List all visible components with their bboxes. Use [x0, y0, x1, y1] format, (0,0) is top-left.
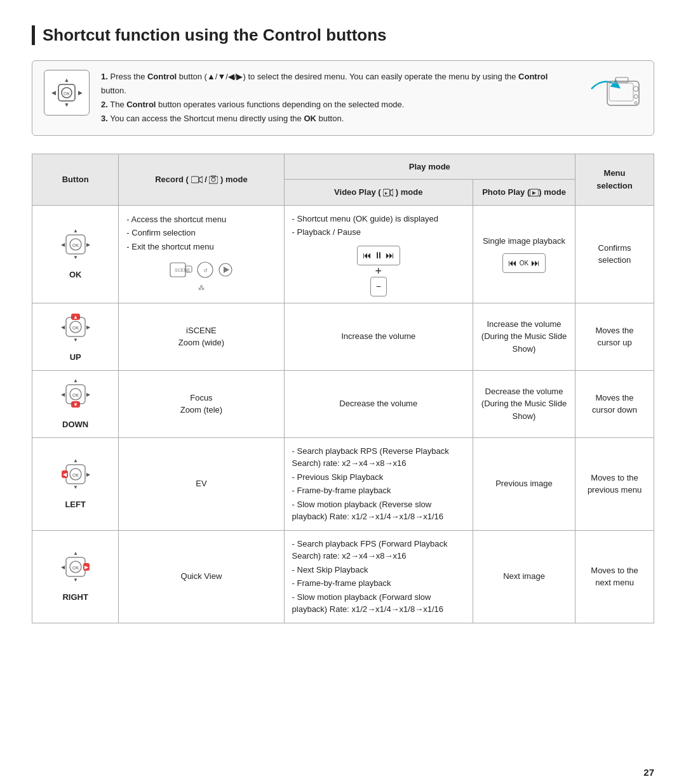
svg-text:▲: ▲	[64, 77, 70, 83]
svg-text:↺: ↺	[203, 268, 207, 274]
svg-text:◀: ◀	[51, 90, 56, 96]
photo-cell-up: Increase the volume (During the Music Sl…	[473, 303, 575, 370]
left-button-icon: OK ▲ ▼ ◀ ▶	[58, 457, 93, 491]
button-cell-right: OK ▲ ▼ ◀ ▶ RIGHT	[32, 530, 119, 623]
svg-text:▼: ▼	[73, 337, 78, 343]
table-row-ok: OK ▲ ▼ ◀ ▶ OK Access the shortcut menu C…	[32, 205, 654, 303]
photo-cell-left: Previous image	[473, 437, 575, 530]
camera-illustration	[572, 70, 642, 123]
video-cell-up: Increase the volume	[284, 303, 473, 370]
button-cell-down: OK ▲ ▼ ◀ ▶ DOWN	[32, 370, 119, 437]
record-mode-icon	[191, 175, 203, 184]
record-cell-ok: Access the shortcut menu Confirm selecti…	[119, 205, 284, 303]
svg-text:OK: OK	[72, 393, 79, 397]
photo-cell-down: Decrease the volume (During the Music Sl…	[473, 370, 575, 437]
video-cell-left: Search playback RPS (Reverse Playback Se…	[284, 437, 473, 530]
svg-text:OK: OK	[64, 91, 70, 96]
svg-rect-8	[609, 83, 633, 101]
right-video-item1: Search playback FPS (Forward Playback Se…	[292, 537, 465, 563]
col-header-menu: Menuselection	[575, 154, 654, 205]
svg-text:▶: ▶	[86, 472, 91, 477]
page-title: Shortcut function using the Control butt…	[32, 25, 654, 45]
svg-text:▶: ▶	[86, 392, 91, 397]
photo-cell-right: Next image	[473, 530, 575, 623]
down-label: DOWN	[40, 418, 111, 431]
svg-point-11	[635, 102, 637, 104]
ok-scene-icon: ↺	[196, 261, 214, 279]
menu-cell-down: Moves the cursor down	[575, 370, 654, 437]
record-cell-up: iSCENEZoom (wide)	[119, 303, 284, 370]
menu-cell-up: Moves the cursor up	[575, 303, 654, 370]
svg-text:OK: OK	[72, 243, 79, 248]
svg-text:▼: ▼	[73, 402, 78, 408]
svg-text:▶: ▶	[385, 191, 388, 195]
svg-text:◀: ◀	[61, 392, 65, 397]
svg-rect-7	[607, 81, 639, 105]
ok-play-icon	[218, 262, 233, 277]
ok-button-icon: OK ▲ ▼ ◀ ▶	[58, 227, 93, 262]
table-row-left: OK ▲ ▼ ◀ ▶ LEFT EV Search playback RPS (…	[32, 437, 654, 530]
video-ok-item2: Playback / Pause	[292, 225, 465, 239]
shortcut-table: Button Record ( / ) mode Play mode Menus…	[32, 154, 654, 623]
control-button-diagram: OK ▲ ▼ ◀ ▶	[44, 70, 90, 116]
button-cell-up: OK ▲ ▼ ◀ ▶ UP	[32, 303, 119, 370]
svg-text:▶: ▶	[86, 324, 91, 330]
video-cell-right: Search playback FPS (Forward Playback Se…	[284, 530, 473, 623]
right-video-item2: Next Skip Playback	[292, 563, 465, 577]
record-cell-down: FocusZoom (tele)	[119, 370, 284, 437]
col-header-button: Button	[32, 154, 119, 205]
svg-text:SCENE: SCENE	[175, 268, 190, 272]
ok-dots-icon: ⁂	[192, 282, 211, 295]
record-ok-item1: Access the shortcut menu	[126, 213, 276, 227]
page-number: 27	[643, 767, 654, 778]
table-header-row: Button Record ( / ) mode Play mode Menus…	[32, 154, 654, 180]
right-video-item4: Slow motion playback (Forward slow playb…	[292, 590, 465, 616]
svg-text:OK: OK	[72, 473, 79, 477]
col-subheader-video: Video Play ( ▶ ) mode	[284, 180, 473, 206]
photo-ok-icon: OK	[520, 258, 528, 268]
svg-text:OK: OK	[72, 326, 79, 330]
svg-marker-19	[390, 189, 393, 196]
svg-text:▶: ▶	[84, 564, 89, 570]
video-ok-item1: Shortcut menu (OK guide) is displayed	[292, 212, 465, 226]
record-cell-left: EV	[119, 437, 284, 530]
svg-text:⁂: ⁂	[198, 284, 205, 291]
col-header-playmode: Play mode	[284, 154, 575, 180]
photo-cell-ok: Single image playback ⏮ OK ⏭	[473, 205, 575, 303]
svg-text:▼: ▼	[73, 577, 78, 583]
right-button-icon: OK ▲ ▼ ◀ ▶	[58, 550, 93, 584]
svg-text:▼: ▼	[73, 484, 78, 490]
svg-text:▶: ▶	[78, 90, 83, 96]
svg-marker-36	[224, 267, 229, 273]
up-label: UP	[40, 351, 111, 364]
control-button-icon: OK ▲ ▼ ◀ ▶	[50, 76, 84, 110]
record-ok-item2: Confirm selection	[126, 226, 276, 240]
svg-text:▲: ▲	[73, 458, 78, 463]
left-video-item2: Previous Skip Playback	[292, 470, 465, 484]
left-video-item4: Slow motion playback (Reverse slow playb…	[292, 498, 465, 524]
button-cell-left: OK ▲ ▼ ◀ ▶ LEFT	[32, 437, 119, 530]
svg-rect-12	[615, 77, 628, 83]
minus-icon: −	[376, 280, 381, 293]
left-video-item3: Frame-by-frame playback	[292, 484, 465, 498]
right-video-item3: Frame-by-frame playback	[292, 576, 465, 590]
left-label: LEFT	[40, 498, 111, 511]
video-play-icon: ▶	[383, 189, 393, 197]
intro-box: OK ▲ ▼ ◀ ▶ 1. Press the Control button (…	[32, 60, 654, 135]
intro-text: 1. Press the Control button (▲/▼/◀/▶) to…	[101, 70, 561, 126]
prev-skip-icon: ⏮	[363, 249, 372, 262]
svg-point-10	[634, 95, 638, 98]
svg-text:▶: ▶	[532, 190, 536, 195]
svg-text:▲: ▲	[73, 550, 78, 556]
record-ok-item3: Exit the shortcut menu	[126, 240, 276, 254]
svg-text:▼: ▼	[73, 255, 78, 260]
table-row-right: OK ▲ ▼ ◀ ▶ RIGHT Quick View Search playb…	[32, 530, 654, 623]
up-button-icon: OK ▲ ▼ ◀ ▶	[58, 310, 93, 344]
svg-marker-14	[199, 176, 203, 183]
svg-text:▲: ▲	[73, 378, 78, 383]
col-subheader-photo: Photo Play ( ▶ ) mode	[473, 180, 575, 206]
svg-text:▼: ▼	[64, 102, 70, 108]
svg-point-9	[633, 86, 638, 91]
menu-cell-ok: Confirms selection	[575, 205, 654, 303]
video-cell-ok: Shortcut menu (OK guide) is displayed Pl…	[284, 205, 473, 303]
